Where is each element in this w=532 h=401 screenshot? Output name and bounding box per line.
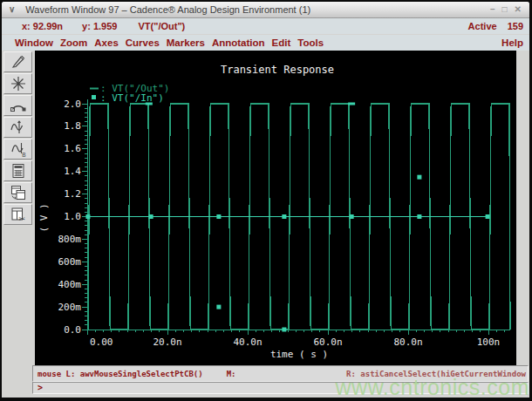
svg-text:0.0: 0.0 — [64, 324, 81, 336]
svg-text:20.0n: 20.0n — [153, 336, 181, 348]
menu-item-curves[interactable]: Curves — [126, 37, 160, 48]
svg-text:80.0n: 80.0n — [393, 336, 422, 348]
mouse-bindings-bar: mouse L: awvMouseSingleSelectPtCB() M: R… — [32, 365, 529, 382]
menu-item-tools[interactable]: Tools — [297, 37, 324, 48]
svg-text:Transient Response: Transient Response — [221, 64, 334, 76]
trace-readout: VT("/Out") — [138, 21, 185, 31]
waveform-window: ∨ Waveform Window 97 – Cadence® Analog D… — [2, 2, 529, 398]
svg-text:0.00: 0.00 — [90, 336, 113, 348]
cut-region-icon: ✂ — [10, 206, 27, 223]
window-body: B✂ Transient Response: VT("/Out"): VT("/… — [2, 51, 529, 365]
readout-bar: x: 92.99n y: 1.959 VT("/Out") Active 159 — [2, 18, 529, 34]
svg-text:200m: 200m — [58, 302, 82, 313]
svg-text:1.6: 1.6 — [64, 143, 81, 154]
minimize-button[interactable]: – — [490, 5, 495, 14]
svg-text:400m: 400m — [58, 279, 82, 290]
svg-text:1.0: 1.0 — [64, 211, 81, 222]
window-title: Waveform Window 97 – Cadence® Analog Des… — [25, 4, 310, 15]
svg-text:1.2: 1.2 — [64, 188, 81, 200]
waveform-b-button[interactable]: B — [3, 139, 32, 160]
menubar: WindowZoomAxesCurvesMarkersAnnotationEdi… — [2, 35, 529, 51]
active-count: 159 — [508, 21, 523, 31]
svg-text:B: B — [22, 152, 25, 158]
svg-text:800m: 800m — [58, 234, 82, 245]
titlebar: ∨ Waveform Window 97 – Cadence® Analog D… — [2, 2, 529, 18]
marker-tool-icon — [10, 119, 27, 136]
menu-item-annotation[interactable]: Annotation — [212, 37, 265, 48]
svg-text:40.0n: 40.0n — [233, 336, 262, 348]
pen-icon — [10, 53, 27, 71]
mouse-right-binding: R: astiCancelSelect(hiGetCurrentWindow — [346, 370, 526, 378]
active-label: Active — [468, 21, 497, 31]
strip-tool-button[interactable] — [3, 95, 32, 116]
mouse-left-binding: mouse L: awvMouseSingleSelectPtCB() — [38, 370, 203, 378]
calculator-icon — [10, 162, 27, 180]
svg-text:time ( s ): time ( s ) — [270, 349, 328, 360]
svg-text:: VT("/In"): : VT("/In") — [100, 92, 164, 104]
svg-text:1.4: 1.4 — [64, 166, 81, 177]
zoom-burst-icon — [10, 75, 27, 92]
svg-text:100n: 100n — [477, 336, 501, 348]
transient-response-plot: Transient Response: VT("/Out"): VT("/In"… — [35, 51, 516, 365]
mouse-middle-binding: M: — [227, 370, 236, 378]
menu-item-markers[interactable]: Markers — [167, 37, 205, 48]
cut-region-button[interactable]: ✂ — [3, 204, 32, 225]
duplicate-window-button[interactable] — [3, 182, 32, 203]
screenshot-root: ∨ Waveform Window 97 – Cadence® Analog D… — [0, 0, 532, 401]
svg-text:1.8: 1.8 — [64, 120, 81, 132]
window-controls: – □ ✕ — [490, 5, 522, 14]
marker-tool-button[interactable] — [3, 117, 32, 138]
duplicate-window-icon — [10, 184, 27, 201]
waveform-b-icon: B — [10, 140, 27, 158]
calculator-button[interactable] — [3, 160, 32, 181]
menu-item-help[interactable]: Help — [501, 37, 523, 48]
menu-item-edit[interactable]: Edit — [272, 37, 291, 48]
strip-tool-icon — [10, 97, 27, 114]
svg-text:600m: 600m — [58, 256, 82, 268]
zoom-burst-button[interactable] — [3, 73, 32, 94]
toolbar: B✂ — [2, 51, 35, 365]
y-readout: y: 1.959 — [82, 21, 117, 31]
svg-text:( V ): ( V ) — [38, 203, 50, 232]
svg-text:60.0n: 60.0n — [313, 336, 342, 348]
maximize-button[interactable]: □ — [502, 5, 508, 14]
pen-button[interactable] — [3, 51, 32, 72]
cli-prompt-row: > — [32, 382, 529, 394]
menu-item-zoom[interactable]: Zoom — [60, 37, 87, 48]
plot-canvas[interactable]: Transient Response: VT("/Out"): VT("/In"… — [35, 51, 516, 365]
window-menu-icon[interactable]: ∨ — [9, 5, 15, 14]
close-button[interactable]: ✕ — [515, 5, 522, 14]
svg-text:✂: ✂ — [18, 214, 25, 223]
menu-item-axes[interactable]: Axes — [94, 37, 119, 48]
menu-item-window[interactable]: Window — [15, 37, 53, 48]
svg-text:2.0: 2.0 — [64, 99, 81, 110]
x-readout: x: 92.99n — [22, 21, 63, 31]
cli-prompt: > — [38, 383, 43, 392]
